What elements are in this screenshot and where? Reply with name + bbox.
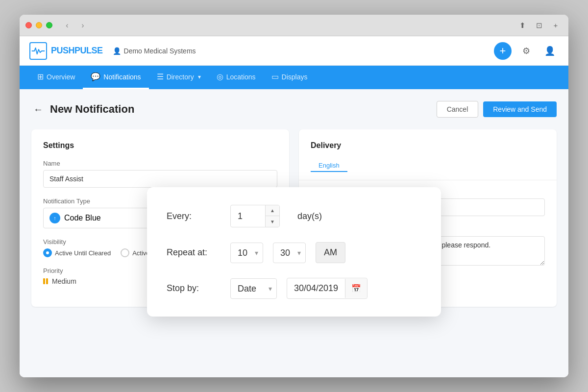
- directory-icon: ☰: [157, 72, 164, 81]
- calendar-icon[interactable]: 📅: [345, 279, 367, 298]
- schedule-popup: Every: ▲ ▼ day(s) Repeat at:: [147, 187, 441, 317]
- every-increment-btn[interactable]: ▲: [266, 205, 279, 216]
- every-decrement-btn[interactable]: ▼: [266, 216, 279, 227]
- stop-type-wrapper: Date Count: [230, 278, 277, 299]
- nav-bar: ⊞ Overview 💬 Notifications ☰ Directory ▾…: [20, 66, 568, 89]
- repeat-minute-select[interactable]: 30 001545: [273, 243, 306, 263]
- page-content: ← New Notification Cancel Review and Sen…: [20, 89, 568, 377]
- add-button[interactable]: +: [494, 42, 512, 60]
- repeat-minute-wrapper: 30 001545: [273, 243, 306, 263]
- stop-row: Stop by: Date Count 30/04/2019 📅: [167, 278, 421, 299]
- stop-type-select[interactable]: Date Count: [230, 278, 277, 299]
- logo-area: PUSHPULSE: [29, 42, 103, 60]
- displays-icon: ▭: [271, 72, 279, 81]
- stop-date-text: 30/04/2019: [287, 278, 345, 298]
- repeat-label: Repeat at:: [167, 247, 220, 258]
- app-header: PUSHPULSE 👤 Demo Medical Systems + ⚙ 👤: [20, 36, 568, 66]
- every-unit: day(s): [297, 211, 322, 221]
- pushpulse-logo-svg: [31, 44, 45, 58]
- browser-titlebar: ‹ › ⬆ ⊡ +: [20, 15, 568, 36]
- header-actions: + ⚙ 👤: [494, 42, 559, 60]
- popup-overlay: Every: ▲ ▼ day(s) Repeat at:: [20, 89, 568, 377]
- every-label: Every:: [167, 211, 220, 221]
- every-input-box: ▲ ▼: [230, 205, 280, 227]
- org-area: 👤 Demo Medical Systems: [113, 47, 196, 55]
- browser-share-btn[interactable]: ⬆: [515, 19, 529, 32]
- nav-item-displays[interactable]: ▭ Displays: [264, 66, 316, 89]
- settings-button[interactable]: ⚙: [517, 42, 535, 60]
- directory-dropdown-icon: ▾: [198, 74, 201, 80]
- nav-item-notifications[interactable]: 💬 Notifications: [83, 66, 148, 89]
- nav-item-overview[interactable]: ⊞ Overview: [29, 66, 83, 89]
- traffic-minimize[interactable]: [36, 22, 42, 28]
- every-spinner: ▲ ▼: [265, 205, 279, 227]
- nav-label-overview: Overview: [47, 73, 75, 81]
- nav-label-directory: Directory: [167, 73, 194, 81]
- nav-label-notifications: Notifications: [103, 73, 141, 81]
- notifications-icon: 💬: [91, 72, 100, 81]
- browser-back-btn[interactable]: ‹: [60, 19, 74, 32]
- logo-push: PUSH: [51, 46, 74, 55]
- logo-icon: [29, 42, 47, 60]
- every-row: Every: ▲ ▼ day(s): [167, 205, 421, 227]
- browser-fullscreen-btn[interactable]: ⊡: [532, 19, 546, 32]
- stop-date-input: 30/04/2019 📅: [287, 278, 368, 299]
- stop-label: Stop by:: [167, 283, 220, 294]
- traffic-maximize[interactable]: [46, 22, 52, 28]
- logo-text: PUSHPULSE: [51, 46, 103, 56]
- nav-label-displays: Displays: [282, 73, 308, 81]
- user-button[interactable]: 👤: [541, 42, 559, 60]
- browser-nav: ‹ ›: [60, 19, 90, 32]
- nav-item-directory[interactable]: ☰ Directory ▾: [149, 66, 209, 89]
- repeat-row: Repeat at: 10 1234 5678 91112 30: [167, 242, 421, 263]
- browser-window: ‹ › ⬆ ⊡ + PUSHPULSE 👤: [20, 15, 568, 377]
- locations-icon: ◎: [217, 72, 223, 81]
- nav-label-locations: Locations: [226, 73, 256, 81]
- traffic-close[interactable]: [25, 22, 32, 28]
- repeat-ampm-btn[interactable]: AM: [316, 242, 345, 263]
- browser-forward-btn[interactable]: ›: [76, 19, 90, 32]
- every-number-input[interactable]: [231, 206, 265, 226]
- browser-newtab-btn[interactable]: +: [549, 19, 563, 32]
- repeat-hour-wrapper: 10 1234 5678 91112: [230, 243, 263, 263]
- org-icon: 👤: [113, 47, 121, 55]
- org-name: Demo Medical Systems: [124, 47, 196, 55]
- repeat-hour-select[interactable]: 10 1234 5678 91112: [230, 243, 263, 263]
- logo-pulse: PULSE: [74, 46, 103, 55]
- overview-icon: ⊞: [37, 72, 44, 81]
- browser-actions: ⬆ ⊡ +: [515, 19, 563, 32]
- app-content: PUSHPULSE 👤 Demo Medical Systems + ⚙ 👤 ⊞…: [20, 36, 568, 377]
- nav-item-locations[interactable]: ◎ Locations: [209, 66, 264, 89]
